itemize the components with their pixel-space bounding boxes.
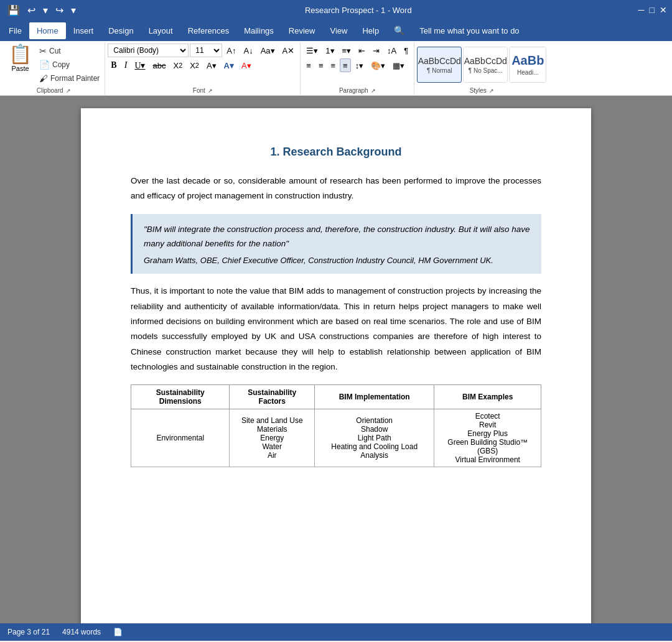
menu-tell-me[interactable]: Tell me what you want to do (412, 22, 526, 39)
shading-button[interactable]: 🎨▾ (368, 58, 388, 72)
font-group: Calibri (Body) 11 A↑ A↓ Aa▾ A✕ B I U▾ ab… (105, 42, 301, 95)
table-cell-factors: Site and Land UseMaterialsEnergyWaterAir (230, 409, 315, 467)
title-bar: 💾 ↩ ▾ ↪ ▾ Research Prospect - 1 - Word ─… (0, 0, 672, 20)
style-nospace[interactable]: AaBbCcDd ¶ No Spac... (463, 47, 508, 83)
cut-icon: ✂ (39, 46, 47, 56)
format-painter-icon: 🖌 (39, 73, 48, 83)
style-normal-preview: AaBbCcDd (418, 56, 461, 66)
menu-insert[interactable]: Insert (66, 22, 101, 39)
superscript-button[interactable]: X2 (187, 58, 202, 72)
document-container: 1. Research Background Over the last dec… (0, 96, 672, 623)
table-header-examples: BIM Examples (434, 385, 541, 409)
save-icon[interactable]: 💾 (5, 3, 22, 17)
style-nospace-label: ¶ No Spac... (469, 67, 503, 74)
customize-icon[interactable]: ▾ (68, 3, 78, 17)
clipboard-group-label: Clipboard ↗ (5, 86, 102, 95)
word-count: 4914 words (62, 628, 101, 636)
table-cell-dimension: Environmental (131, 409, 230, 467)
subscript-button[interactable]: X2 (170, 58, 185, 72)
window-controls: ─ □ ✕ (638, 5, 667, 15)
paragraph-expand-icon[interactable]: ↗ (371, 88, 376, 94)
format-painter-button[interactable]: 🖌 Format Painter (37, 72, 102, 85)
italic-button[interactable]: I (121, 58, 131, 72)
table-cell-implementation: OrientationShadowLight PathHeating and C… (315, 409, 434, 467)
show-formatting-button[interactable]: ¶ (401, 44, 411, 57)
maximize-icon[interactable]: □ (650, 5, 655, 15)
font-group-label: Font ↗ (108, 86, 297, 95)
table-header-dimensions: Sustainability Dimensions (131, 385, 230, 409)
style-nospace-preview: AaBbCcDd (464, 56, 507, 66)
menu-help[interactable]: Help (355, 22, 386, 39)
status-icon[interactable]: 📄 (113, 628, 123, 636)
style-normal[interactable]: AaBbCcDd ¶ Normal (417, 47, 462, 83)
status-bar: Page 3 of 21 4914 words 📄 (0, 623, 672, 641)
clear-formatting-button[interactable]: A✕ (279, 44, 298, 57)
menu-search-icon[interactable]: 🔍 (386, 22, 412, 39)
page-info: Page 3 of 21 (7, 628, 50, 636)
style-heading[interactable]: AaBb Headi... (509, 47, 546, 83)
cut-button[interactable]: ✂ Cut (37, 45, 102, 57)
align-left-button[interactable]: ≡ (303, 58, 314, 72)
sustainability-table: Sustainability Dimensions Sustainability… (131, 384, 541, 467)
table-row: Environmental Site and Land UseMaterials… (131, 409, 541, 467)
style-heading-preview: AaBb (511, 54, 544, 68)
menu-home[interactable]: Home (29, 22, 66, 39)
menu-design[interactable]: Design (101, 22, 141, 39)
redo-icon[interactable]: ↪ (53, 3, 66, 17)
menu-bar: File Home Insert Design Layout Reference… (0, 20, 672, 41)
decrease-indent-button[interactable]: ⇤ (355, 44, 368, 57)
font-size-select[interactable]: 11 (190, 44, 222, 57)
paragraph-group: ☰▾ 1▾ ≡▾ ⇤ ⇥ ↕A ¶ ≡ ≡ ≡ ≡ ↕▾ 🎨▾ ▦▾ Parag… (301, 42, 414, 95)
menu-file[interactable]: File (1, 22, 29, 39)
numbering-button[interactable]: 1▾ (322, 44, 337, 57)
strikethrough-button[interactable]: abc (150, 58, 169, 72)
change-case-button[interactable]: Aa▾ (258, 44, 278, 57)
clipboard-expand-icon[interactable]: ↗ (66, 88, 71, 94)
menu-mailings[interactable]: Mailings (236, 22, 281, 39)
document-page: 1. Research Background Over the last dec… (81, 108, 591, 623)
sort-button[interactable]: ↕A (384, 44, 399, 57)
bold-button[interactable]: B (108, 58, 119, 72)
text-effect-button[interactable]: A▾ (221, 58, 237, 72)
paste-label: Paste (11, 65, 29, 72)
menu-layout[interactable]: Layout (141, 22, 180, 39)
copy-button[interactable]: 📄 Copy (37, 58, 102, 71)
format-painter-label: Format Painter (50, 74, 100, 83)
blockquote-author: Graham Watts, OBE, Chief Executive Offic… (144, 256, 530, 265)
styles-content: AaBbCcDd ¶ Normal AaBbCcDd ¶ No Spac... … (417, 44, 546, 86)
copy-icon: 📄 (39, 60, 50, 70)
bullets-button[interactable]: ☰▾ (303, 44, 321, 57)
font-name-select[interactable]: Calibri (Body) (108, 44, 189, 57)
align-right-button[interactable]: ≡ (327, 58, 338, 72)
underline-button[interactable]: U▾ (131, 58, 148, 72)
font-expand-icon[interactable]: ↗ (208, 88, 213, 94)
paste-button[interactable]: 📋 Paste (5, 44, 35, 73)
para-row1: ☰▾ 1▾ ≡▾ ⇤ ⇥ ↕A ¶ (303, 44, 411, 57)
ribbon: 📋 Paste ✂ Cut 📄 Copy 🖌 Format Painter (0, 41, 672, 96)
increase-indent-button[interactable]: ⇥ (370, 44, 383, 57)
menu-references[interactable]: References (180, 22, 236, 39)
menu-review[interactable]: Review (281, 22, 323, 39)
align-center-button[interactable]: ≡ (315, 58, 327, 72)
styles-expand-icon[interactable]: ↗ (489, 88, 494, 94)
title-bar-left: 💾 ↩ ▾ ↪ ▾ (5, 3, 78, 17)
menu-view[interactable]: View (322, 22, 355, 39)
minimize-icon[interactable]: ─ (638, 5, 645, 15)
multilevel-button[interactable]: ≡▾ (339, 44, 355, 57)
clipboard-group: 📋 Paste ✂ Cut 📄 Copy 🖌 Format Painter (2, 42, 105, 95)
paste-icon: 📋 (9, 45, 32, 63)
justify-button[interactable]: ≡ (340, 58, 351, 72)
grow-font-button[interactable]: A↑ (223, 44, 239, 57)
font-color-button[interactable]: A▾ (238, 58, 254, 72)
undo-dropdown-icon[interactable]: ▾ (40, 3, 50, 17)
text-highlight-button[interactable]: A▾ (203, 58, 220, 72)
line-spacing-button[interactable]: ↕▾ (352, 58, 367, 72)
close-icon[interactable]: ✕ (660, 5, 667, 15)
doc-paragraph-2[interactable]: Thus, it is important to note the value … (131, 284, 541, 374)
font-row1: Calibri (Body) 11 A↑ A↓ Aa▾ A✕ (108, 44, 297, 57)
doc-paragraph-1[interactable]: Over the last decade or so, considerable… (131, 174, 541, 204)
paragraph-content: ☰▾ 1▾ ≡▾ ⇤ ⇥ ↕A ¶ ≡ ≡ ≡ ≡ ↕▾ 🎨▾ ▦▾ (303, 44, 411, 86)
shrink-font-button[interactable]: A↓ (241, 44, 256, 57)
borders-button[interactable]: ▦▾ (390, 58, 408, 72)
undo-icon[interactable]: ↩ (25, 3, 38, 17)
